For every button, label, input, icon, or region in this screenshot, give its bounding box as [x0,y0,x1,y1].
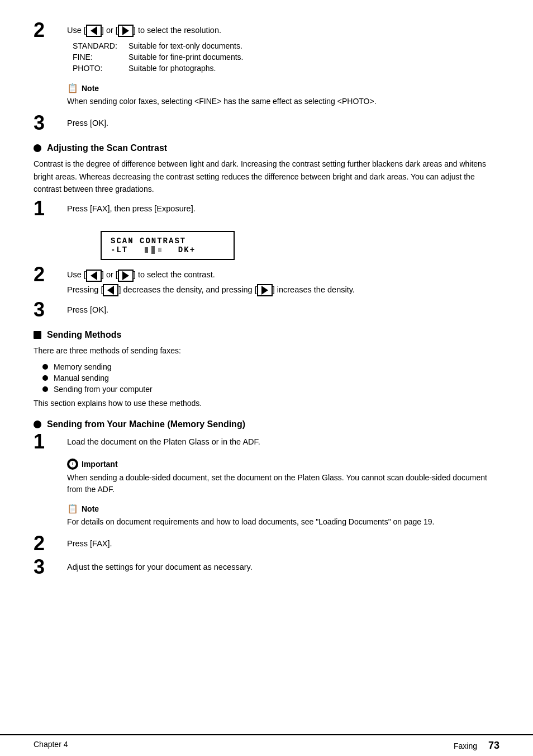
arrow-left-icon3 [107,286,114,295]
step-1-scan-line: Press [FAX], then press [Exposure]. [67,203,499,215]
important-1: Important When sending a double-sided do… [67,459,499,495]
step-number-2c: 2 [34,533,67,554]
important-1-title: Important [82,460,118,469]
step-3-scan-line: Press [OK]. [67,304,499,316]
step-3-memory-line: Adjust the settings for your document as… [67,561,499,574]
scan-contrast-line2: -LT DK+ [111,245,225,254]
bar-seg-1 [145,247,148,253]
step-number-1a: 1 [34,199,67,219]
arrow-left-btn3[interactable] [103,284,118,296]
step-number-1b: 1 [34,432,67,452]
step-2-scan-content: Use [] or [] to select the contrast. Pre… [67,267,499,296]
step-1-scan-content: Press [FAX], then press [Exposure]. [67,201,499,215]
bar-seg-3 [158,248,161,252]
step-3-resolution: 3 Press [OK]. [34,115,499,133]
step-1-scan: 1 Press [FAX], then press [Exposure]. [34,201,499,219]
step-3-scan: 3 Press [OK]. [34,302,499,320]
step-3-memory-content: Adjust the settings for your document as… [67,559,499,574]
arrow-right-icon3 [261,286,268,295]
important-icon [67,459,78,470]
sending-methods-list: Memory sending Manual sending Sending fr… [42,362,499,394]
arrow-right-btn[interactable] [118,25,134,37]
arrow-left-btn2[interactable] [86,270,102,282]
footer-chapter: Chapter 4 [34,740,68,752]
arrow-left-btn[interactable] [86,25,102,37]
step-3-resolution-line: Press [OK]. [67,117,499,130]
note-2-header: 📋 Note [67,503,499,514]
scan-contrast-line1: SCAN CONTRAST [111,237,225,245]
list-bullet-memory [42,364,48,370]
res-desc-photo: Suitable for photographs. [129,64,216,73]
section-scan-heading-text: Adjusting the Scan Contrast [47,143,167,153]
arrow-right-btn3[interactable] [257,284,273,296]
no-entry-icon [69,460,77,468]
section-sending-outro: This section explains how to use these m… [34,397,499,409]
page-footer: Chapter 4 Faxing 73 [0,734,533,756]
list-item-manual: Manual sending [42,374,499,382]
step-3-memory: 3 Adjust the settings for your document … [34,559,499,577]
step-number-3c: 3 [34,557,67,577]
arrow-right-icon [122,26,129,35]
section-memory-heading-text: Sending from Your Machine (Memory Sendin… [47,419,245,429]
note-2-title: Note [82,504,99,513]
step-2-content: Use [] or [] to select the resolution. S… [67,22,499,75]
resolution-row-photo: PHOTO: Suitable for photographs. [73,64,499,73]
step-2-scan-line: Use [] or [] to select the contrast. [67,269,499,281]
step-3-resolution-content: Press [OK]. [67,115,499,130]
arrow-right-btn2[interactable] [118,270,134,282]
arrow-left-icon [91,26,97,35]
bullet-square-sending [34,331,41,339]
scan-contrast-lt: -LT [111,245,128,254]
step-number-3a: 3 [34,113,67,133]
important-1-wrapper: Important When sending a double-sided do… [67,459,499,495]
page: 2 Use [] or [] to select the resolution.… [0,0,533,733]
step-2-resolution: 2 Use [] or [] to select the resolution.… [34,22,499,75]
step-2-memory: 2 Press [FAX]. [34,536,499,554]
bullet-circle-memory [34,420,41,428]
list-item-text-memory: Memory sending [54,362,112,371]
step-1-memory: 1 Load the document on the Platen Glass … [34,434,499,452]
res-label-fine: FINE: [73,53,129,62]
list-bullet-computer [42,386,48,392]
step-number-2b: 2 [34,264,67,285]
arrow-left-icon2 [91,271,97,280]
note-2-text: For details on document requirements and… [67,516,499,528]
note-1-header: 📋 Note [67,83,499,93]
step-2-scan-sub: Pressing [] decreases the density, and p… [67,284,499,296]
step-1-memory-line: Load the document on the Platen Glass or… [67,436,499,448]
bar-seg-2 [151,246,155,254]
list-item-text-manual: Manual sending [54,374,109,382]
scan-contrast-dk: DK+ [178,245,196,254]
note-1-text: When sending color faxes, selecting <FIN… [67,96,499,107]
list-item-text-computer: Sending from your computer [54,385,153,394]
step-number-3b: 3 [34,300,67,320]
scan-contrast-display-wrapper: SCAN CONTRAST -LT DK+ [67,224,499,267]
section-scan-heading: Adjusting the Scan Contrast [34,143,499,153]
res-desc-standard: Suitable for text-only documents. [129,41,242,50]
list-item-memory: Memory sending [42,362,499,371]
resolution-table: STANDARD: Suitable for text-only documen… [73,41,499,73]
step-3-scan-content: Press [OK]. [67,302,499,316]
list-item-computer: Sending from your computer [42,385,499,394]
step-2-scan: 2 Use [] or [] to select the contrast. P… [34,267,499,296]
step-number-2: 2 [34,20,67,40]
resolution-row-fine: FINE: Suitable for fine-print documents. [73,53,499,62]
step-2-memory-content: Press [FAX]. [67,536,499,550]
note-icon-2: 📋 [67,503,78,514]
arrow-right-icon2 [122,271,129,280]
note-1-title: Note [82,84,99,93]
resolution-row-standard: STANDARD: Suitable for text-only documen… [73,41,499,50]
footer-section: Faxing [454,741,477,750]
section-sending-heading-text: Sending Methods [47,330,121,340]
section-scan-body: Contrast is the degree of difference bet… [34,158,499,195]
footer-page-number: 73 [488,740,499,752]
important-1-header: Important [67,459,499,470]
scan-contrast-box: SCAN CONTRAST -LT DK+ [101,231,235,260]
res-label-photo: PHOTO: [73,64,129,73]
footer-right: Faxing 73 [454,740,499,752]
res-label-standard: STANDARD: [73,41,129,50]
section-memory-heading: Sending from Your Machine (Memory Sendin… [34,419,499,429]
note-icon: 📋 [67,83,78,93]
section-sending-heading: Sending Methods [34,330,499,340]
note-1: 📋 Note When sending color faxes, selecti… [67,83,499,107]
